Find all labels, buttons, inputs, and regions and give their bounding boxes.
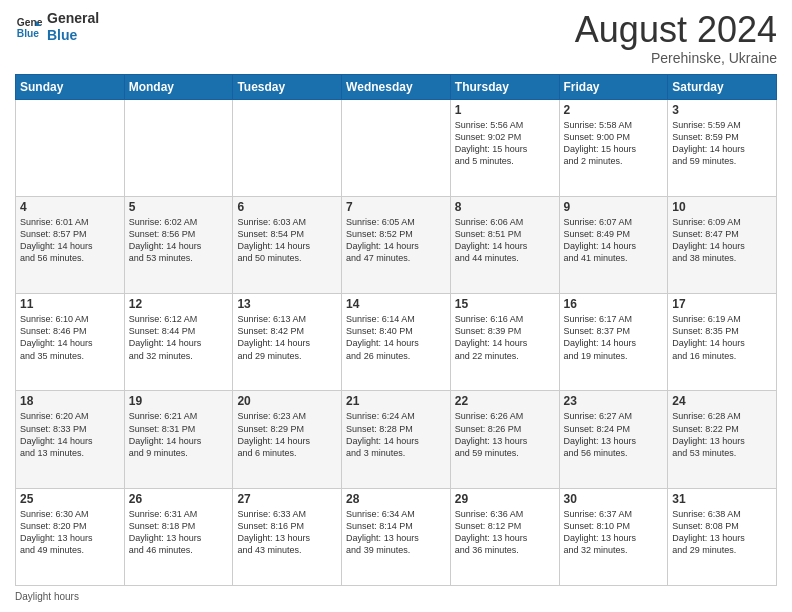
day-info: Sunrise: 6:34 AM Sunset: 8:14 PM Dayligh… bbox=[346, 508, 446, 557]
day-number: 22 bbox=[455, 394, 555, 408]
day-info: Sunrise: 6:17 AM Sunset: 8:37 PM Dayligh… bbox=[564, 313, 664, 362]
calendar-cell: 22Sunrise: 6:26 AM Sunset: 8:26 PM Dayli… bbox=[450, 391, 559, 488]
calendar-cell: 4Sunrise: 6:01 AM Sunset: 8:57 PM Daylig… bbox=[16, 196, 125, 293]
calendar-cell: 2Sunrise: 5:58 AM Sunset: 9:00 PM Daylig… bbox=[559, 99, 668, 196]
day-number: 26 bbox=[129, 492, 229, 506]
day-number: 21 bbox=[346, 394, 446, 408]
calendar-cell: 5Sunrise: 6:02 AM Sunset: 8:56 PM Daylig… bbox=[124, 196, 233, 293]
day-info: Sunrise: 5:56 AM Sunset: 9:02 PM Dayligh… bbox=[455, 119, 555, 168]
calendar-header-row: SundayMondayTuesdayWednesdayThursdayFrid… bbox=[16, 74, 777, 99]
day-number: 11 bbox=[20, 297, 120, 311]
calendar-cell: 10Sunrise: 6:09 AM Sunset: 8:47 PM Dayli… bbox=[668, 196, 777, 293]
calendar-cell: 14Sunrise: 6:14 AM Sunset: 8:40 PM Dayli… bbox=[342, 294, 451, 391]
day-number: 3 bbox=[672, 103, 772, 117]
location-subtitle: Perehinske, Ukraine bbox=[575, 50, 777, 66]
calendar-header-monday: Monday bbox=[124, 74, 233, 99]
header: General Blue General Blue August 2024 Pe… bbox=[15, 10, 777, 66]
svg-text:Blue: Blue bbox=[17, 28, 40, 39]
logo-icon: General Blue bbox=[15, 13, 43, 41]
day-info: Sunrise: 6:20 AM Sunset: 8:33 PM Dayligh… bbox=[20, 410, 120, 459]
day-info: Sunrise: 6:36 AM Sunset: 8:12 PM Dayligh… bbox=[455, 508, 555, 557]
day-info: Sunrise: 6:21 AM Sunset: 8:31 PM Dayligh… bbox=[129, 410, 229, 459]
calendar-cell: 8Sunrise: 6:06 AM Sunset: 8:51 PM Daylig… bbox=[450, 196, 559, 293]
calendar-cell: 9Sunrise: 6:07 AM Sunset: 8:49 PM Daylig… bbox=[559, 196, 668, 293]
day-number: 19 bbox=[129, 394, 229, 408]
calendar-cell: 28Sunrise: 6:34 AM Sunset: 8:14 PM Dayli… bbox=[342, 488, 451, 585]
day-info: Sunrise: 6:19 AM Sunset: 8:35 PM Dayligh… bbox=[672, 313, 772, 362]
day-number: 9 bbox=[564, 200, 664, 214]
day-number: 28 bbox=[346, 492, 446, 506]
day-info: Sunrise: 6:12 AM Sunset: 8:44 PM Dayligh… bbox=[129, 313, 229, 362]
calendar-header-sunday: Sunday bbox=[16, 74, 125, 99]
day-number: 30 bbox=[564, 492, 664, 506]
day-number: 10 bbox=[672, 200, 772, 214]
day-info: Sunrise: 6:03 AM Sunset: 8:54 PM Dayligh… bbox=[237, 216, 337, 265]
calendar-cell: 17Sunrise: 6:19 AM Sunset: 8:35 PM Dayli… bbox=[668, 294, 777, 391]
week-row-3: 18Sunrise: 6:20 AM Sunset: 8:33 PM Dayli… bbox=[16, 391, 777, 488]
calendar-cell: 16Sunrise: 6:17 AM Sunset: 8:37 PM Dayli… bbox=[559, 294, 668, 391]
day-info: Sunrise: 6:30 AM Sunset: 8:20 PM Dayligh… bbox=[20, 508, 120, 557]
day-number: 14 bbox=[346, 297, 446, 311]
calendar-cell: 26Sunrise: 6:31 AM Sunset: 8:18 PM Dayli… bbox=[124, 488, 233, 585]
day-number: 27 bbox=[237, 492, 337, 506]
day-info: Sunrise: 5:58 AM Sunset: 9:00 PM Dayligh… bbox=[564, 119, 664, 168]
calendar-header-saturday: Saturday bbox=[668, 74, 777, 99]
day-number: 31 bbox=[672, 492, 772, 506]
calendar-cell: 7Sunrise: 6:05 AM Sunset: 8:52 PM Daylig… bbox=[342, 196, 451, 293]
day-number: 23 bbox=[564, 394, 664, 408]
day-number: 7 bbox=[346, 200, 446, 214]
calendar-cell: 11Sunrise: 6:10 AM Sunset: 8:46 PM Dayli… bbox=[16, 294, 125, 391]
day-info: Sunrise: 6:02 AM Sunset: 8:56 PM Dayligh… bbox=[129, 216, 229, 265]
day-number: 5 bbox=[129, 200, 229, 214]
day-number: 12 bbox=[129, 297, 229, 311]
day-number: 1 bbox=[455, 103, 555, 117]
day-info: Sunrise: 6:07 AM Sunset: 8:49 PM Dayligh… bbox=[564, 216, 664, 265]
day-info: Sunrise: 6:10 AM Sunset: 8:46 PM Dayligh… bbox=[20, 313, 120, 362]
day-number: 18 bbox=[20, 394, 120, 408]
calendar-cell: 13Sunrise: 6:13 AM Sunset: 8:42 PM Dayli… bbox=[233, 294, 342, 391]
day-info: Sunrise: 6:13 AM Sunset: 8:42 PM Dayligh… bbox=[237, 313, 337, 362]
calendar-cell: 19Sunrise: 6:21 AM Sunset: 8:31 PM Dayli… bbox=[124, 391, 233, 488]
day-number: 20 bbox=[237, 394, 337, 408]
day-info: Sunrise: 6:31 AM Sunset: 8:18 PM Dayligh… bbox=[129, 508, 229, 557]
week-row-0: 1Sunrise: 5:56 AM Sunset: 9:02 PM Daylig… bbox=[16, 99, 777, 196]
calendar-cell: 27Sunrise: 6:33 AM Sunset: 8:16 PM Dayli… bbox=[233, 488, 342, 585]
day-info: Sunrise: 6:37 AM Sunset: 8:10 PM Dayligh… bbox=[564, 508, 664, 557]
day-number: 24 bbox=[672, 394, 772, 408]
footer: Daylight hours bbox=[15, 591, 777, 602]
calendar-cell: 18Sunrise: 6:20 AM Sunset: 8:33 PM Dayli… bbox=[16, 391, 125, 488]
calendar-header-thursday: Thursday bbox=[450, 74, 559, 99]
day-number: 15 bbox=[455, 297, 555, 311]
calendar-cell bbox=[124, 99, 233, 196]
title-block: August 2024 Perehinske, Ukraine bbox=[575, 10, 777, 66]
logo-line1: General bbox=[47, 10, 99, 27]
day-number: 25 bbox=[20, 492, 120, 506]
day-number: 6 bbox=[237, 200, 337, 214]
calendar-cell: 21Sunrise: 6:24 AM Sunset: 8:28 PM Dayli… bbox=[342, 391, 451, 488]
calendar-cell bbox=[342, 99, 451, 196]
day-number: 13 bbox=[237, 297, 337, 311]
calendar-cell: 6Sunrise: 6:03 AM Sunset: 8:54 PM Daylig… bbox=[233, 196, 342, 293]
day-info: Sunrise: 6:16 AM Sunset: 8:39 PM Dayligh… bbox=[455, 313, 555, 362]
day-info: Sunrise: 6:23 AM Sunset: 8:29 PM Dayligh… bbox=[237, 410, 337, 459]
calendar-table: SundayMondayTuesdayWednesdayThursdayFrid… bbox=[15, 74, 777, 586]
day-info: Sunrise: 6:26 AM Sunset: 8:26 PM Dayligh… bbox=[455, 410, 555, 459]
logo-line2: Blue bbox=[47, 27, 99, 44]
day-number: 4 bbox=[20, 200, 120, 214]
week-row-1: 4Sunrise: 6:01 AM Sunset: 8:57 PM Daylig… bbox=[16, 196, 777, 293]
day-info: Sunrise: 5:59 AM Sunset: 8:59 PM Dayligh… bbox=[672, 119, 772, 168]
day-number: 17 bbox=[672, 297, 772, 311]
calendar-cell bbox=[16, 99, 125, 196]
logo: General Blue General Blue bbox=[15, 10, 99, 44]
calendar-cell: 3Sunrise: 5:59 AM Sunset: 8:59 PM Daylig… bbox=[668, 99, 777, 196]
day-number: 16 bbox=[564, 297, 664, 311]
day-info: Sunrise: 6:27 AM Sunset: 8:24 PM Dayligh… bbox=[564, 410, 664, 459]
calendar-header-wednesday: Wednesday bbox=[342, 74, 451, 99]
calendar-cell: 12Sunrise: 6:12 AM Sunset: 8:44 PM Dayli… bbox=[124, 294, 233, 391]
day-info: Sunrise: 6:09 AM Sunset: 8:47 PM Dayligh… bbox=[672, 216, 772, 265]
calendar-header-friday: Friday bbox=[559, 74, 668, 99]
day-info: Sunrise: 6:05 AM Sunset: 8:52 PM Dayligh… bbox=[346, 216, 446, 265]
calendar-cell: 20Sunrise: 6:23 AM Sunset: 8:29 PM Dayli… bbox=[233, 391, 342, 488]
day-info: Sunrise: 6:38 AM Sunset: 8:08 PM Dayligh… bbox=[672, 508, 772, 557]
day-number: 29 bbox=[455, 492, 555, 506]
